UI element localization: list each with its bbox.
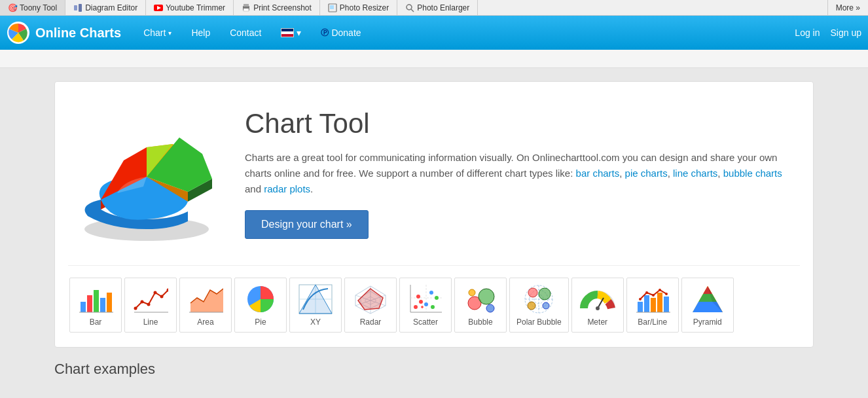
svg-rect-8: [330, 5, 334, 9]
chart-type-polar-bubble[interactable]: Polar Bubble: [509, 278, 569, 333]
chart-type-pyramid[interactable]: Pyramid: [681, 278, 734, 333]
bar-line-chart-icon: [635, 283, 670, 315]
svg-point-54: [479, 289, 494, 304]
youtube-icon: [154, 3, 163, 12]
scatter-label: Scatter: [413, 317, 438, 327]
more-button[interactable]: More »: [827, 0, 868, 15]
svg-point-74: [645, 291, 648, 294]
bubble-chart-icon: [463, 283, 498, 315]
login-link[interactable]: Log in: [795, 27, 820, 38]
navbar-right: Log in Sign up: [795, 27, 861, 38]
bar-line-label: Bar/Line: [638, 317, 667, 327]
svg-point-9: [407, 5, 412, 10]
svg-rect-0: [74, 5, 77, 10]
svg-point-19: [134, 307, 137, 310]
svg-rect-14: [87, 295, 92, 312]
link-radar-plots[interactable]: radar plots: [264, 183, 310, 194]
print-icon: [242, 3, 251, 12]
link-pie-charts[interactable]: pie charts: [625, 168, 668, 179]
svg-point-76: [659, 289, 661, 291]
svg-rect-1: [79, 4, 82, 12]
nav-contact[interactable]: Contact: [221, 22, 270, 43]
nav-help[interactable]: Help: [182, 22, 219, 43]
breadcrumb-bar: [0, 50, 868, 68]
chart-type-bar-line[interactable]: Bar/Line: [626, 278, 679, 333]
svg-point-55: [486, 304, 494, 312]
radar-label: Radar: [360, 317, 382, 327]
polar-bubble-chart-icon: [521, 283, 556, 315]
toolbar-print-screenshot[interactable]: Print Screenshot: [234, 0, 320, 15]
xy-label: XY: [310, 317, 321, 327]
toolbar-photo-resizer[interactable]: Photo Resizer: [320, 0, 397, 15]
chart-type-line[interactable]: Line: [124, 278, 177, 333]
chart-type-pie[interactable]: Pie: [234, 278, 287, 333]
area-label: Area: [197, 317, 213, 327]
svg-point-21: [147, 303, 151, 306]
svg-point-47: [424, 302, 428, 306]
chart-type-scatter[interactable]: Scatter: [399, 278, 452, 333]
chart-examples-title: Chart examples: [54, 361, 814, 378]
pyramid-label: Pyramid: [693, 317, 722, 327]
photo-resizer-icon: [328, 3, 337, 12]
navbar: Online Charts Chart Help Contact ▾ Ⓟ Don…: [0, 16, 868, 50]
chart-type-bubble[interactable]: Bubble: [454, 278, 507, 333]
link-bubble-charts[interactable]: bubble charts: [723, 168, 782, 179]
paypal-icon: Ⓟ: [321, 27, 329, 39]
brand-logo-link[interactable]: Online Charts: [7, 21, 121, 45]
chart-type-meter[interactable]: Meter: [571, 278, 624, 333]
hero-title: Chart Tool: [245, 108, 800, 139]
svg-point-20: [141, 300, 144, 304]
svg-point-75: [652, 294, 655, 297]
svg-rect-5: [244, 4, 249, 7]
svg-rect-13: [81, 302, 86, 312]
chart-type-area[interactable]: Area: [179, 278, 232, 333]
svg-point-64: [543, 302, 549, 309]
chart-type-radar[interactable]: Radar: [344, 278, 397, 333]
photo-enlarger-icon: [405, 3, 414, 12]
svg-point-50: [431, 305, 435, 309]
nav-language[interactable]: ▾: [272, 22, 310, 43]
signup-link[interactable]: Sign up: [831, 27, 861, 38]
toolbar-toony-tool[interactable]: 🎯 Toony Tool: [0, 0, 65, 15]
svg-point-77: [665, 293, 668, 295]
pyramid-chart-icon: [690, 283, 725, 315]
line-label: Line: [143, 317, 158, 327]
link-bar-charts[interactable]: bar charts: [576, 168, 620, 179]
hero-image-area: [68, 95, 225, 252]
meter-chart-icon: [580, 283, 615, 315]
diagram-editor-icon: [73, 3, 82, 12]
hero-text: Chart Tool Charts are a great tool for c…: [245, 108, 800, 239]
svg-rect-15: [94, 290, 99, 312]
chart-type-bar[interactable]: Bar: [69, 278, 122, 333]
pie-label: Pie: [255, 317, 266, 327]
navbar-links: Chart Help Contact ▾ Ⓟ Donate: [134, 22, 795, 44]
toolbar-youtube-trimmer[interactable]: Youtube Trimmer: [146, 0, 234, 15]
polar-bubble-label: Polar Bubble: [516, 317, 562, 327]
nav-donate[interactable]: Ⓟ Donate: [312, 22, 370, 44]
toolbar-diagram-editor[interactable]: Diagram Editor: [65, 0, 146, 15]
flag-icon: [281, 28, 294, 37]
svg-rect-16: [100, 298, 105, 312]
main-content: Chart Tool Charts are a great tool for c…: [41, 68, 827, 391]
line-chart-icon: [133, 283, 168, 315]
chart-types-row: Bar Line: [68, 265, 800, 334]
svg-point-65: [528, 302, 535, 310]
link-line-charts[interactable]: line charts: [673, 168, 717, 179]
svg-rect-71: [657, 293, 662, 312]
brand-logo-icon: [7, 21, 30, 45]
hero-description: Charts are a great tool for communicatin…: [245, 150, 800, 197]
chart-type-xy[interactable]: XY: [289, 278, 342, 333]
top-toolbar: 🎯 Toony Tool Diagram Editor Youtube Trim…: [0, 0, 868, 16]
hero-inner: Chart Tool Charts are a great tool for c…: [68, 95, 800, 252]
svg-marker-39: [358, 289, 383, 310]
area-chart-icon: [188, 283, 223, 315]
design-chart-button[interactable]: Design your chart »: [245, 210, 369, 239]
nav-chart[interactable]: Chart: [134, 22, 181, 43]
pie-chart-icon: [243, 283, 278, 315]
hero-card: Chart Tool Charts are a great tool for c…: [54, 81, 814, 348]
svg-rect-17: [107, 293, 112, 312]
xy-chart-icon: [298, 283, 333, 315]
meter-label: Meter: [587, 317, 607, 327]
bubble-label: Bubble: [468, 317, 492, 327]
toolbar-photo-enlarger[interactable]: Photo Enlarger: [397, 0, 478, 15]
